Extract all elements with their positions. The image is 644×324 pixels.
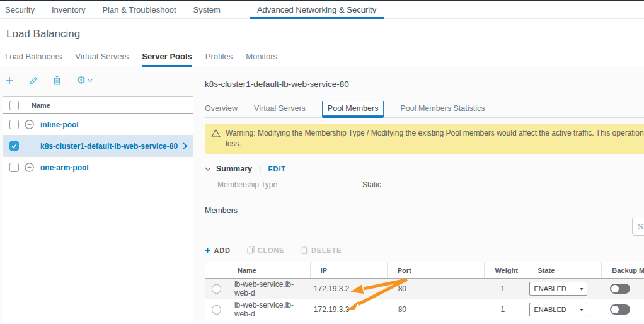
add-member-button[interactable]: + ADD [205, 245, 231, 255]
caret-down-icon: ▼ [579, 287, 584, 291]
add-pool-button[interactable] [5, 76, 14, 85]
row-checkbox[interactable] [9, 163, 19, 172]
divider: | [259, 164, 261, 173]
delete-member-button[interactable]: DELETE [301, 246, 342, 254]
page-title: Load Balancing [6, 28, 644, 40]
column-header-name[interactable]: Name [227, 262, 310, 278]
tab-profiles[interactable]: Profiles [205, 52, 233, 67]
header-divider [25, 101, 25, 110]
pool-row-k8s-cluster1[interactable]: k8s-cluster1-default-lb-web-service-80 [3, 136, 193, 157]
pencil-icon [29, 76, 38, 85]
field-label: Membership Type [217, 180, 362, 189]
members-table-header: Name IP Port Weight State Backup Member [205, 262, 644, 279]
member-radio[interactable] [212, 284, 221, 294]
delete-member-label: DELETE [311, 246, 342, 254]
pool-detail-pane: k8s-cluster1-default-lb-web-service-80 O… [205, 67, 644, 324]
pool-row-inline-pool[interactable]: inline-pool [3, 114, 193, 136]
column-header-ip[interactable]: IP [310, 262, 387, 278]
members-heading: Members [205, 206, 644, 215]
pool-name-link[interactable]: k8s-cluster1-default-lb-web-service-80 [40, 142, 178, 151]
state-value: ENABLED [534, 306, 566, 313]
toggle-knob [611, 306, 619, 313]
warning-text: Warning: Modifying the Membership Type /… [226, 128, 644, 149]
add-member-label: ADD [214, 246, 231, 254]
summary-heading[interactable]: Summary [216, 165, 252, 173]
column-header-port[interactable]: Port [387, 262, 485, 278]
nav-plan-troubleshoot[interactable]: Plan & Troubleshoot [102, 1, 176, 18]
tab-overview[interactable]: Overview [205, 104, 238, 113]
member-port: 80 [387, 305, 485, 314]
pool-name-link[interactable]: one-arm-pool [40, 163, 89, 172]
tab-virtual-servers[interactable]: Virtual Servers [75, 52, 129, 67]
tab-pool-members-statistics[interactable]: Pool Members Statistics [400, 104, 485, 113]
warning-triangle-icon [211, 129, 221, 141]
member-ip: 172.19.3.2 [310, 284, 387, 293]
tab-pool-members[interactable]: Pool Members [322, 101, 384, 116]
row-checkbox-checked[interactable] [9, 141, 19, 151]
search-text: S [638, 222, 643, 231]
top-navigation: Security Inventory Plan & Troubleshoot S… [0, 1, 644, 19]
caret-down-icon: ▼ [579, 308, 584, 312]
state-select[interactable]: ENABLED ▼ [529, 303, 587, 316]
chevron-down-icon[interactable] [205, 167, 211, 171]
toggle-knob [611, 285, 619, 292]
member-weight: 1 [484, 284, 527, 293]
warning-banner: Warning: Modifying the Membership Type /… [205, 124, 644, 154]
summary-section-header: Summary | EDIT [205, 164, 644, 173]
member-name: lb-web-service.lb-web-d [227, 301, 310, 318]
member-row-2[interactable]: lb-web-service.lb-web-d 172.19.3.3 80 1 … [205, 299, 644, 320]
member-weight: 1 [484, 305, 527, 314]
pool-name-link[interactable]: inline-pool [40, 120, 79, 129]
plus-icon [5, 76, 14, 85]
nav-divider [239, 5, 239, 14]
state-value: ENABLED [534, 285, 566, 292]
minus-circle-icon [25, 120, 34, 129]
nav-security[interactable]: Security [5, 1, 35, 18]
membership-type-field: Membership Type Static [217, 180, 644, 189]
tab-load-balancers[interactable]: Load Balancers [5, 52, 62, 67]
warning-line-2: loss. [226, 139, 644, 149]
backup-member-toggle[interactable] [610, 304, 630, 315]
member-row-1[interactable]: lb-web-service.lb-web-d 172.19.3.2 80 1 … [205, 279, 644, 299]
members-toolbar: + ADD CLONE DELETE [205, 245, 342, 255]
member-radio[interactable] [212, 305, 221, 315]
column-header-state[interactable]: State [527, 262, 601, 278]
warning-line-1: Warning: Modifying the Membership Type /… [226, 128, 644, 139]
app-window: Security Inventory Plan & Troubleshoot S… [0, 0, 644, 324]
chevron-right-icon [183, 142, 187, 149]
tab-server-pools[interactable]: Server Pools [142, 52, 192, 67]
tab-monitors[interactable]: Monitors [246, 52, 277, 67]
clone-member-label: CLONE [258, 246, 284, 254]
copy-icon [247, 246, 255, 254]
edit-pool-button[interactable] [29, 76, 38, 85]
main-tabs: Load Balancers Virtual Servers Server Po… [0, 49, 644, 67]
clone-member-button[interactable]: CLONE [247, 246, 284, 254]
column-header-backup-member[interactable]: Backup Member [601, 262, 644, 278]
delete-pool-button[interactable] [53, 76, 61, 85]
nav-inventory[interactable]: Inventory [52, 1, 85, 18]
pool-list-table: Name inline-pool k8s-cluster1-default-lb… [3, 96, 193, 324]
members-table: Name IP Port Weight State Backup Member … [205, 262, 644, 320]
column-header-weight[interactable]: Weight [484, 262, 527, 278]
chevron-down-icon [88, 79, 93, 82]
trash-icon [53, 76, 61, 85]
nav-advanced-networking-security[interactable]: Advanced Networking & Security [250, 1, 384, 18]
tab-virtual-servers-detail[interactable]: Virtual Servers [254, 104, 306, 113]
edit-summary-link[interactable]: EDIT [268, 165, 286, 173]
column-header-select [205, 262, 227, 278]
minus-circle-icon [25, 163, 34, 172]
members-search-input[interactable]: S [632, 217, 644, 236]
content-area: ⚙ Name inline-pool k [0, 67, 644, 324]
detail-title: k8s-cluster1-default-lb-web-service-80 [205, 79, 644, 89]
check-icon [11, 142, 18, 149]
plus-icon: + [205, 245, 211, 255]
nav-system[interactable]: System [193, 1, 221, 18]
pool-row-one-arm-pool[interactable]: one-arm-pool [3, 157, 193, 178]
state-select[interactable]: ENABLED ▼ [529, 282, 587, 296]
settings-menu-button[interactable]: ⚙ [76, 75, 93, 86]
backup-member-toggle[interactable] [610, 284, 630, 294]
pool-list-toolbar: ⚙ [5, 75, 93, 86]
row-checkbox[interactable] [9, 120, 19, 129]
select-all-checkbox[interactable] [9, 101, 19, 110]
column-header-name[interactable]: Name [32, 101, 50, 109]
